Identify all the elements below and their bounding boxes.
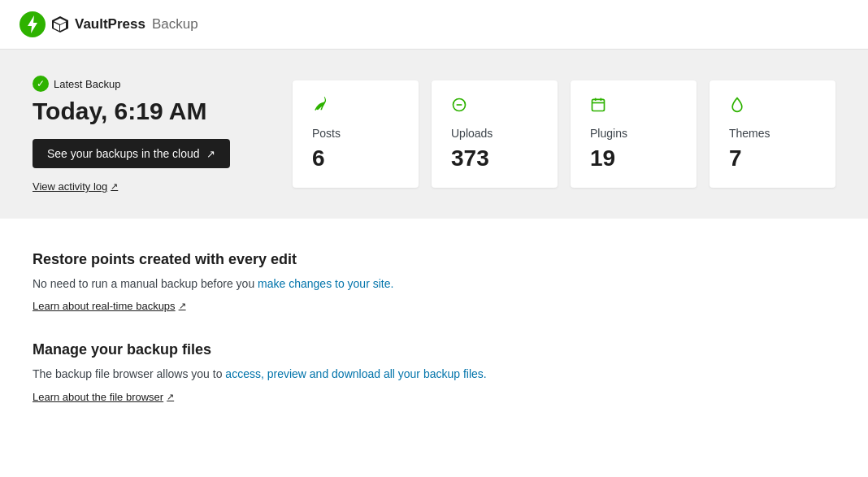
external-link-icon: ↗ [206, 148, 215, 160]
themes-label: Themes [729, 127, 816, 140]
filebrowser-learn-link[interactable]: Learn about the file browser ↗ [33, 391, 174, 403]
cloud-button-label: See your backups in the cloud [47, 147, 200, 160]
filebrowser-link-label: Learn about the file browser [33, 391, 163, 403]
filebrowser-title: Manage your backup files [33, 341, 835, 358]
stat-card-uploads: Uploads 373 [432, 80, 558, 188]
filebrowser-desc-text: The backup file browser allows you to [33, 367, 225, 380]
logo: VaultPress Backup [20, 11, 198, 37]
uploads-label: Uploads [451, 127, 538, 140]
plugins-value: 19 [590, 146, 677, 171]
realtime-title: Restore points created with every edit [33, 251, 835, 268]
themes-value: 7 [729, 146, 816, 171]
realtime-desc-highlight: make changes to your site. [258, 277, 393, 290]
realtime-description: No need to run a manual backup before yo… [33, 275, 835, 293]
cloud-backup-button[interactable]: See your backups in the cloud ↗ [33, 139, 230, 168]
filebrowser-desc-highlight: access, preview and download all your ba… [225, 367, 486, 380]
posts-value: 6 [312, 146, 399, 171]
info-sections: Restore points created with every edit N… [0, 219, 868, 436]
latest-label-text: Latest Backup [54, 78, 120, 90]
backup-info: ✓ Latest Backup Today, 6:19 AM See your … [33, 76, 260, 193]
app-subtitle: Backup [152, 16, 198, 33]
stat-card-plugins: Plugins 19 [571, 80, 697, 188]
realtime-external-icon: ↗ [179, 301, 186, 311]
activity-log-link[interactable]: View activity log ↗ [33, 180, 118, 193]
v-logo-icon [50, 15, 70, 34]
stats-cards: Posts 6 Uploads 373 [293, 80, 835, 188]
realtime-link-label: Learn about real-time backups [33, 300, 176, 312]
calendar-icon [590, 97, 677, 117]
backup-time: Today, 6:19 AM [33, 97, 260, 126]
leaf-icon [312, 97, 399, 117]
filebrowser-block: Manage your backup files The backup file… [33, 341, 835, 402]
realtime-backup-block: Restore points created with every edit N… [33, 251, 835, 312]
filebrowser-description: The backup file browser allows you to ac… [33, 365, 835, 383]
external-link-icon-small: ↗ [111, 181, 118, 192]
svg-rect-4 [592, 99, 605, 111]
app-title: VaultPress [75, 16, 145, 33]
stat-card-themes: Themes 7 [710, 80, 835, 188]
check-circle-icon: ✓ [33, 76, 49, 92]
plugins-label: Plugins [590, 127, 677, 140]
latest-backup-label: ✓ Latest Backup [33, 76, 260, 92]
uploads-value: 373 [451, 146, 538, 171]
activity-log-label: View activity log [33, 180, 107, 193]
posts-label: Posts [312, 127, 399, 140]
vaultpress-logo-icon [20, 11, 46, 37]
filebrowser-external-icon: ↗ [167, 392, 174, 402]
drop-icon [729, 97, 816, 117]
minus-circle-icon [451, 97, 538, 117]
header: VaultPress Backup [0, 0, 868, 50]
stat-card-posts: Posts 6 [293, 80, 419, 188]
realtime-desc-text: No need to run a manual backup before yo… [33, 277, 258, 290]
realtime-learn-link[interactable]: Learn about real-time backups ↗ [33, 300, 186, 312]
backup-section: ✓ Latest Backup Today, 6:19 AM See your … [0, 50, 868, 219]
